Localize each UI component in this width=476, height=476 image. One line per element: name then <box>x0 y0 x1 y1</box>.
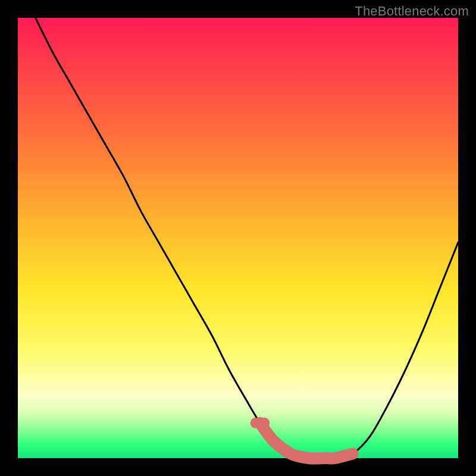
highlight-dot <box>259 418 270 428</box>
watermark-label: TheBottleneck.com <box>355 4 469 19</box>
bottleneck-curve <box>36 18 458 459</box>
chart-frame: TheBottleneck.com <box>0 0 476 476</box>
chart-overlay <box>18 18 458 458</box>
valley-highlight <box>260 423 352 459</box>
